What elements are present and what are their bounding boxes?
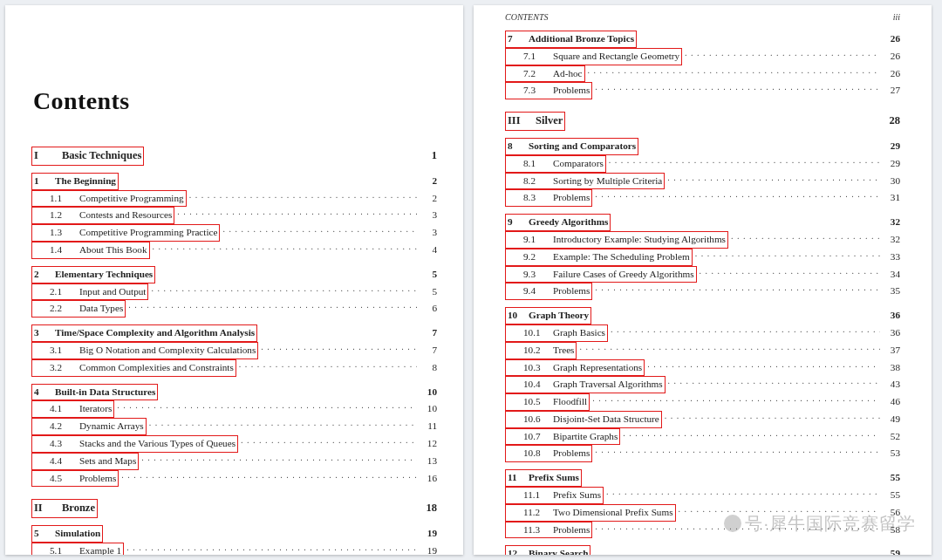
toc-entry-link[interactable]: 10.1Graph Basics [505, 324, 608, 342]
toc-entry-link[interactable]: 10.5Floodfill [505, 393, 590, 411]
toc-entry-link[interactable]: 2.2Data Types [31, 300, 126, 318]
toc-section-entry[interactable]: 7.3Problems27 [505, 82, 900, 99]
toc-entry-link[interactable]: 1.4About This Book [31, 242, 150, 259]
toc-entry-link[interactable]: 9.1Introductory Example: Studying Algori… [505, 231, 728, 249]
toc-entry-link[interactable]: 9.2Example: The Scheduling Problem [505, 249, 693, 266]
toc-entry-link[interactable]: 8.2Sorting by Multiple Criteria [505, 173, 665, 190]
toc-entry-link[interactable]: 4.4Sets and Maps [31, 453, 139, 470]
toc-chapter-entry[interactable]: 10Graph Theory36 [505, 307, 900, 324]
toc-section-entry[interactable]: 1.2Contests and Resources3 [31, 207, 437, 224]
toc-entry-link[interactable]: 10.2Trees [505, 342, 577, 359]
toc-chapter-entry[interactable]: 9Greedy Algorithms32 [505, 214, 900, 231]
toc-section-entry[interactable]: 10.7Bipartite Graphs52 [505, 428, 900, 446]
toc-part-entry[interactable]: IIISilver28 [505, 112, 900, 131]
toc-section-entry[interactable]: 9.1Introductory Example: Studying Algori… [505, 231, 900, 249]
toc-section-entry[interactable]: 3.1Big O Notation and Complexity Calcula… [31, 342, 437, 359]
toc-chapter-entry[interactable]: 1The Beginning2 [31, 173, 437, 190]
toc-entry-label: Comparators [553, 158, 604, 168]
toc-entry-link[interactable]: 10.6Disjoint-Set Data Structure [505, 411, 662, 428]
toc-entry-link[interactable]: 10.4Graph Traversal Algorithms [505, 376, 666, 393]
toc-section-entry[interactable]: 7.1Square and Rectangle Geometry26 [505, 48, 900, 65]
toc-entry-link[interactable]: 7.1Square and Rectangle Geometry [505, 48, 682, 65]
toc-entry-link[interactable]: 9Greedy Algorithms [505, 214, 611, 231]
toc-section-entry[interactable]: 8.1Comparators29 [505, 155, 900, 173]
toc-section-entry[interactable]: 11.2Two Dimensional Prefix Sums56 [505, 504, 900, 522]
toc-entry-link[interactable]: 9.4Problems [505, 283, 592, 300]
toc-part-entry[interactable]: IBasic Techniques1 [31, 147, 437, 166]
toc-entry-link[interactable]: 11Prefix Sums [505, 469, 582, 487]
toc-entry-link[interactable]: 4.1Iterators [31, 400, 114, 418]
toc-entry-link[interactable]: 1The Beginning [31, 173, 119, 190]
toc-entry-link[interactable]: 5Simulation [31, 525, 103, 543]
toc-chapter-entry[interactable]: 3Time/Space Complexity and Algorithm Ana… [31, 324, 437, 342]
toc-chapter-entry[interactable]: 4Built-in Data Structures10 [31, 384, 437, 401]
toc-section-entry[interactable]: 4.5Problems16 [31, 470, 437, 488]
toc-entry-link[interactable]: 7.3Problems [505, 82, 592, 99]
toc-entry-link[interactable]: 8.3Problems [505, 189, 592, 207]
toc-section-entry[interactable]: 10.5Floodfill46 [505, 393, 900, 411]
toc-section-entry[interactable]: 10.6Disjoint-Set Data Structure49 [505, 411, 900, 428]
toc-chapter-entry[interactable]: 7Additional Bronze Topics26 [505, 31, 900, 48]
toc-section-entry[interactable]: 8.2Sorting by Multiple Criteria30 [505, 173, 900, 190]
toc-section-entry[interactable]: 11.3Problems58 [505, 522, 900, 539]
toc-entry-link[interactable]: IBasic Techniques [31, 147, 144, 166]
toc-section-entry[interactable]: 2.2Data Types6 [31, 300, 437, 318]
toc-entry-link[interactable]: 3.2Common Complexities and Constraints [31, 359, 236, 377]
toc-part-entry[interactable]: IIBronze18 [31, 499, 437, 518]
toc-entry-link[interactable]: 8.1Comparators [505, 155, 606, 173]
toc-entry-link[interactable]: 2.1Input and Output [31, 283, 148, 301]
toc-leaders [731, 233, 880, 242]
toc-entry-link[interactable]: 12Binary Search [505, 545, 590, 555]
toc-section-entry[interactable]: 4.2Dynamic Arrays11 [31, 418, 437, 435]
toc-section-entry[interactable]: 3.2Common Complexities and Constraints8 [31, 359, 437, 377]
toc-entry-link[interactable]: 1.2Contests and Resources [31, 207, 174, 224]
toc-entry-link[interactable]: 4Built-in Data Structures [31, 384, 158, 401]
toc-entry-link[interactable]: 7Additional Bronze Topics [505, 31, 637, 48]
toc-entry-link[interactable]: 11.2Two Dimensional Prefix Sums [505, 504, 676, 522]
toc-chapter-entry[interactable]: 12Binary Search59 [505, 545, 900, 555]
toc-chapter-entry[interactable]: 2Elementary Techniques5 [31, 266, 437, 283]
toc-entry-link[interactable]: 9.3Failure Cases of Greedy Algorithms [505, 266, 697, 283]
toc-section-entry[interactable]: 9.4Problems35 [505, 283, 900, 300]
toc-entry-link[interactable]: 3.1Big O Notation and Complexity Calcula… [31, 342, 258, 359]
toc-chapter-entry[interactable]: 8Sorting and Comparators29 [505, 138, 900, 155]
toc-section-entry[interactable]: 10.1Graph Basics36 [505, 324, 900, 342]
toc-entry-link[interactable]: 1.1Competitive Programming [31, 190, 187, 208]
toc-section-entry[interactable]: 9.3Failure Cases of Greedy Algorithms34 [505, 266, 900, 283]
toc-section-entry[interactable]: 5.1Example 119 [31, 543, 437, 555]
toc-entry-link[interactable]: 3Time/Space Complexity and Algorithm Ana… [31, 324, 257, 342]
toc-section-entry[interactable]: 11.1Prefix Sums55 [505, 487, 900, 504]
toc-section-entry[interactable]: 4.3Stacks and the Various Types of Queue… [31, 435, 437, 453]
toc-entry-link[interactable]: 10.3Graph Representations [505, 359, 645, 377]
toc-section-entry[interactable]: 4.4Sets and Maps13 [31, 453, 437, 470]
toc-entry-link[interactable]: 11.3Problems [505, 522, 592, 539]
toc-entry-link[interactable]: 10.8Problems [505, 445, 592, 462]
toc-section-entry[interactable]: 9.2Example: The Scheduling Problem33 [505, 249, 900, 266]
toc-chapter-entry[interactable]: 5Simulation19 [31, 525, 437, 543]
toc-section-entry[interactable]: 10.3Graph Representations38 [505, 359, 900, 377]
toc-entry-link[interactable]: 2Elementary Techniques [31, 266, 155, 283]
toc-section-entry[interactable]: 7.2Ad-hoc26 [505, 65, 900, 83]
toc-chapter-entry[interactable]: 11Prefix Sums55 [505, 469, 900, 487]
toc-section-entry[interactable]: 1.4About This Book4 [31, 242, 437, 259]
toc-entry-link[interactable]: 4.3Stacks and the Various Types of Queue… [31, 435, 238, 453]
toc-section-entry[interactable]: 4.1Iterators10 [31, 400, 437, 418]
toc-entry-link[interactable]: 11.1Prefix Sums [505, 487, 604, 504]
toc-entry-link[interactable]: 4.5Problems [31, 470, 119, 488]
toc-entry-link[interactable]: IIISilver [505, 112, 565, 131]
toc-entry-link[interactable]: IIBronze [31, 499, 98, 518]
toc-entry-link[interactable]: 8Sorting and Comparators [505, 138, 638, 155]
toc-entry-link[interactable]: 1.3Competitive Programming Practice [31, 224, 220, 242]
toc-entry-link[interactable]: 5.1Example 1 [31, 543, 124, 555]
toc-section-entry[interactable]: 10.4Graph Traversal Algorithms43 [505, 376, 900, 393]
toc-section-entry[interactable]: 1.3Competitive Programming Practice3 [31, 224, 437, 242]
toc-entry-link[interactable]: 7.2Ad-hoc [505, 65, 585, 83]
toc-section-entry[interactable]: 8.3Problems31 [505, 189, 900, 207]
toc-entry-link[interactable]: 10Graph Theory [505, 307, 591, 324]
toc-section-entry[interactable]: 10.2Trees37 [505, 342, 900, 359]
toc-section-entry[interactable]: 10.8Problems53 [505, 445, 900, 462]
toc-entry-link[interactable]: 10.7Bipartite Graphs [505, 428, 620, 446]
toc-section-entry[interactable]: 1.1Competitive Programming2 [31, 190, 437, 208]
toc-section-entry[interactable]: 2.1Input and Output5 [31, 283, 437, 301]
toc-entry-link[interactable]: 4.2Dynamic Arrays [31, 418, 147, 435]
